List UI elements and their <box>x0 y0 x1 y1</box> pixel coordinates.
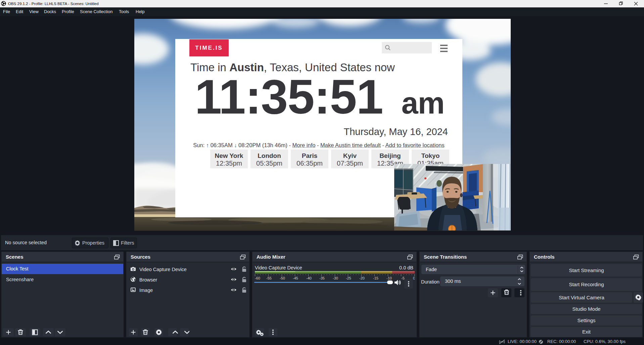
svg-text:-45: -45 <box>293 276 298 280</box>
svg-text:-10: -10 <box>386 276 392 280</box>
svg-text:-20: -20 <box>359 276 365 280</box>
svg-text:-40: -40 <box>306 276 312 280</box>
svg-text:-25: -25 <box>346 276 351 280</box>
svg-text:-30: -30 <box>333 276 338 280</box>
svg-text:0: 0 <box>413 276 415 280</box>
svg-text:-60: -60 <box>255 276 260 280</box>
svg-text:-50: -50 <box>280 276 285 280</box>
svg-text:-55: -55 <box>266 276 272 280</box>
svg-text:-15: -15 <box>373 276 378 280</box>
svg-text:-35: -35 <box>319 276 325 280</box>
